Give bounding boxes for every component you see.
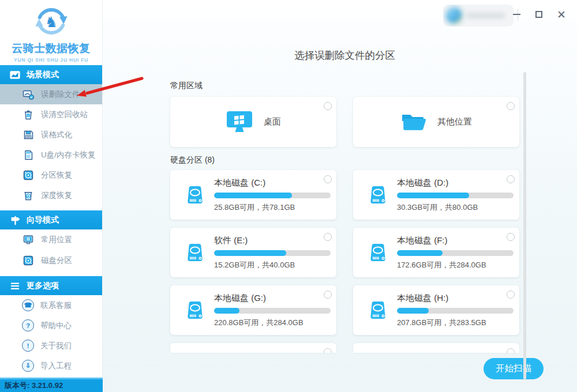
disk-info: 25.8GB可用，共78.1GB [214, 202, 331, 213]
contact-support-icon: ☎ [22, 299, 34, 311]
sidebar-spacer [0, 205, 102, 210]
about-us-icon: ! [22, 340, 34, 352]
app-title: 云骑士数据恢复 [0, 41, 102, 56]
disk-card-body: 本地磁盘 (H:) 207.8GB可用，共283.5GB [397, 293, 514, 328]
content-area: 选择误删除文件的分区 常用区域 桌面 其他位置 硬盘分区 (8) [170, 0, 519, 353]
sidebar-item-help-center[interactable]: ? 帮助中心 [0, 315, 102, 336]
deleted-files-icon [22, 88, 35, 101]
sidebar-item-deleted-files[interactable]: 误删除文件 [0, 84, 102, 104]
radio-button[interactable] [324, 233, 332, 241]
disk-usage-bar [397, 193, 514, 198]
disk-usage-bar [397, 308, 514, 314]
blurred-text [466, 12, 505, 19]
disk-name: 软件 (E:) [214, 235, 331, 246]
common-location-icon [22, 233, 35, 246]
section-header-wizard-mode: 向导模式 [0, 210, 102, 229]
hard-drive-icon [367, 299, 389, 321]
minimize-icon [513, 14, 520, 15]
blurred-logo [446, 7, 462, 24]
disk-card-partial[interactable] [170, 343, 336, 353]
vertical-scrollbar[interactable] [523, 72, 526, 379]
sidebar-item-contact-support[interactable]: ☎ 联系客服 [0, 295, 102, 315]
disk-partition-label: 硬盘分区 (8) [170, 155, 519, 165]
sidebar-item-label: 误删除文件 [41, 89, 80, 100]
main-panel: ✕ 选择误删除文件的分区 常用区域 桌面 其他位置 硬盘分区 (8) [103, 0, 577, 392]
common-card-other-location[interactable]: 其他位置 [353, 97, 519, 147]
disk-usage-fill [397, 308, 429, 314]
hard-drive-icon [184, 242, 206, 263]
section-header-more-options: 更多选项 [0, 276, 102, 295]
close-button[interactable]: ✕ [555, 7, 568, 22]
maximize-icon [535, 11, 542, 18]
start-scan-button[interactable]: 开始扫描 [484, 358, 544, 379]
disk-usage-bar [397, 250, 514, 256]
radio-button[interactable] [324, 291, 332, 299]
hard-drive-icon [184, 299, 206, 321]
disk-card-e[interactable]: 软件 (E:) 15.2GB可用，共40.0GB [170, 228, 336, 277]
hard-drive-icon [367, 184, 389, 206]
sidebar-item-label: 帮助中心 [40, 321, 72, 331]
deep-recovery-icon [22, 189, 35, 202]
app-window: ♞ 云骑士数据恢复 YUN QI SHI SHU JU HUI FU 场景模式 … [0, 0, 577, 392]
disk-partition-icon [22, 254, 35, 267]
window-controls: ✕ [510, 7, 568, 22]
disk-name: 本地磁盘 (H:) [397, 293, 514, 304]
disk-name: 本地磁盘 (C:) [214, 178, 331, 189]
app-subtitle: YUN QI SHI SHU JU HUI FU [0, 57, 102, 63]
common-card-desktop[interactable]: 桌面 [170, 97, 336, 147]
radio-button[interactable] [507, 348, 515, 353]
disk-usage-bar [214, 193, 331, 198]
sidebar-item-disk-partition[interactable]: 磁盘分区 [0, 250, 102, 271]
maximize-button[interactable] [533, 7, 545, 22]
disk-card-d[interactable]: 本地磁盘 (D:) 30.3GB可用，共80.0GB [353, 170, 519, 220]
sidebar-item-label: 常用位置 [41, 235, 72, 245]
sidebar-item-usb-memory-card[interactable]: U盘/内存卡恢复 [0, 145, 102, 165]
disk-card-partial[interactable] [353, 343, 519, 353]
radio-button[interactable] [324, 102, 332, 110]
sidebar-item-label: 分区恢复 [41, 170, 72, 180]
disk-card-h[interactable]: 本地磁盘 (H:) 207.8GB可用，共283.5GB [353, 285, 519, 335]
section-label: 向导模式 [27, 215, 59, 225]
common-area-label: 常用区域 [170, 81, 519, 91]
sidebar-item-empty-recycle-bin[interactable]: 误清空回收站 [0, 104, 102, 125]
sidebar-item-label: 误清空回收站 [41, 110, 88, 120]
disk-usage-fill [214, 193, 292, 198]
disk-card-c[interactable]: 本地磁盘 (C:) 25.8GB可用，共78.1GB [170, 170, 336, 220]
sidebar-item-about-us[interactable]: ! 关于我们 [0, 336, 102, 356]
radio-button[interactable] [324, 175, 332, 183]
disk-info: 15.2GB可用，共40.0GB [214, 260, 331, 270]
disk-usage-bar [214, 250, 331, 256]
minimize-button[interactable] [510, 7, 523, 22]
sidebar-item-format[interactable]: 误格式化 [0, 125, 102, 145]
disk-card-f[interactable]: 本地磁盘 (F:) 172.6GB可用，共284.0GB [353, 228, 519, 277]
sidebar-item-label: 联系客服 [40, 300, 72, 311]
sidebar: ♞ 云骑士数据恢复 YUN QI SHI SHU JU HUI FU 场景模式 … [0, 0, 103, 392]
disk-usage-fill [214, 250, 286, 256]
sidebar-item-label: 深度恢复 [41, 190, 72, 201]
sidebar-item-common-location[interactable]: 常用位置 [0, 229, 102, 250]
desktop-icon [226, 110, 253, 134]
common-card-label: 桌面 [264, 116, 281, 127]
radio-button[interactable] [507, 102, 515, 110]
svg-text:♞: ♞ [44, 14, 58, 30]
common-card-label: 其他位置 [437, 116, 472, 127]
disk-card-g[interactable]: 本地磁盘 (G:) 220.8GB可用，共284.0GB [170, 285, 336, 335]
disk-info: 172.6GB可用，共284.0GB [397, 260, 514, 270]
disk-usage-fill [397, 250, 443, 256]
sidebar-item-import-project[interactable]: ⇩ 导入工程 [0, 356, 102, 376]
more-options-icon [9, 280, 21, 292]
usb-memory-card-icon [22, 149, 35, 161]
disk-card-body: 本地磁盘 (G:) 220.8GB可用，共284.0GB [214, 293, 331, 328]
disk-card-body: 本地磁盘 (D:) 30.3GB可用，共80.0GB [397, 178, 514, 213]
hard-drive-icon [367, 242, 389, 263]
sidebar-spacer [0, 271, 102, 276]
radio-button[interactable] [507, 233, 515, 241]
radio-button[interactable] [507, 291, 515, 299]
sidebar-item-partition-recovery[interactable]: 分区恢复 [0, 165, 102, 185]
disk-info: 207.8GB可用，共283.5GB [397, 318, 514, 328]
radio-button[interactable] [507, 175, 515, 183]
disk-info: 220.8GB可用，共284.0GB [214, 318, 331, 328]
sidebar-item-deep-recovery[interactable]: 深度恢复 [0, 185, 102, 205]
radio-button[interactable] [324, 348, 332, 353]
sidebar-item-label: 误格式化 [41, 130, 72, 140]
